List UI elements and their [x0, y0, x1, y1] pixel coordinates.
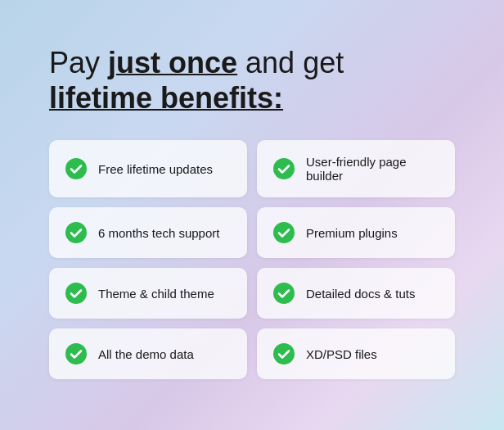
svg-point-2: [65, 222, 87, 243]
benefit-card-xd-psd: XD/PSD files: [257, 328, 455, 379]
check-icon: [65, 222, 87, 243]
benefit-text-xd-psd: XD/PSD files: [306, 347, 377, 361]
benefit-text-docs-tuts: Detailed docs & tuts: [306, 287, 415, 301]
check-icon: [273, 283, 295, 304]
svg-point-0: [65, 158, 87, 179]
benefit-text-page-builder: User-friendly page builder: [306, 155, 439, 183]
check-icon: [65, 158, 87, 179]
benefit-card-premium-plugins: Premium plugins: [257, 207, 455, 258]
check-icon: [273, 343, 295, 364]
benefit-card-tech-support: 6 months tech support: [49, 207, 247, 258]
headline: Pay just once and get lifetime benefits:: [49, 45, 455, 115]
lifetime-benefits-text: lifetime benefits:: [49, 80, 455, 115]
svg-point-3: [273, 222, 295, 243]
benefit-card-docs-tuts: Detailed docs & tuts: [257, 268, 455, 319]
check-icon: [65, 343, 87, 364]
benefit-text-child-theme: Theme & child theme: [98, 287, 214, 301]
benefit-text-free-updates: Free lifetime updates: [98, 162, 213, 176]
check-icon: [273, 222, 295, 243]
svg-point-4: [65, 283, 87, 304]
svg-point-7: [273, 343, 295, 364]
benefit-text-tech-support: 6 months tech support: [98, 226, 219, 240]
page-title: Pay just once and get lifetime benefits:: [49, 45, 455, 115]
svg-point-5: [273, 283, 295, 304]
svg-point-1: [273, 158, 295, 179]
benefit-card-child-theme: Theme & child theme: [49, 268, 247, 319]
benefit-text-premium-plugins: Premium plugins: [306, 226, 398, 240]
benefit-card-demo-data: All the demo data: [49, 328, 247, 379]
check-icon: [65, 283, 87, 304]
benefit-card-free-updates: Free lifetime updates: [49, 140, 247, 197]
benefit-text-demo-data: All the demo data: [98, 347, 194, 361]
page-container: Pay just once and get lifetime benefits:…: [0, 0, 504, 412]
benefits-grid: Free lifetime updatesUser-friendly page …: [49, 140, 455, 379]
check-icon: [273, 158, 295, 179]
just-once-text: just once: [108, 46, 237, 79]
benefit-card-page-builder: User-friendly page builder: [257, 140, 455, 197]
svg-point-6: [65, 343, 87, 364]
